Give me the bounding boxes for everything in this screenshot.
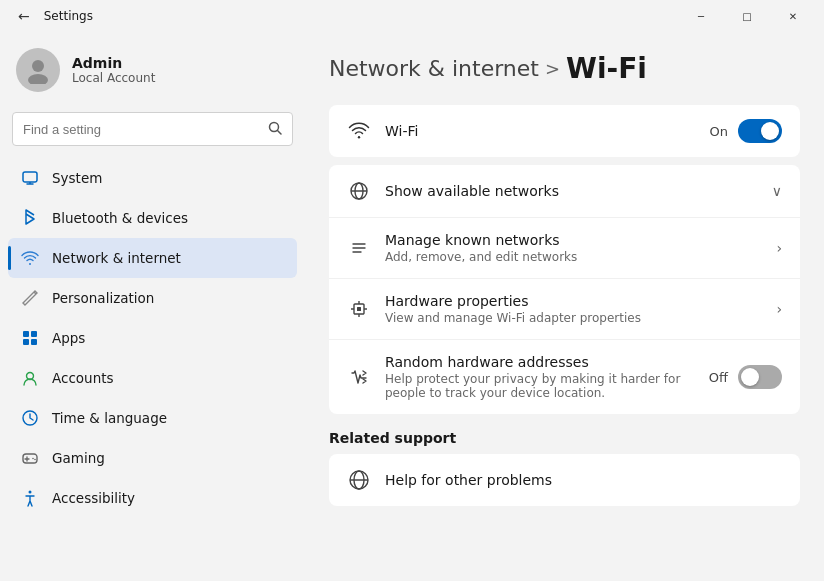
svg-rect-26 (357, 307, 361, 311)
accessibility-icon (20, 488, 40, 508)
sidebar-item-personalization[interactable]: Personalization (8, 278, 297, 318)
wifi-toggle-card: Wi-Fi On (329, 105, 800, 157)
sidebar-item-bluetooth-label: Bluetooth & devices (52, 210, 188, 226)
wifi-options-card: Show available networks ∨ Manage known n… (329, 165, 800, 414)
user-info: Admin Local Account (72, 55, 155, 85)
restore-button[interactable]: □ (724, 0, 770, 32)
show-networks-row[interactable]: Show available networks ∨ (329, 165, 800, 218)
sidebar-item-time-label: Time & language (52, 410, 167, 426)
sidebar-item-accounts[interactable]: Accounts (8, 358, 297, 398)
hardware-props-title: Hardware properties (385, 293, 762, 309)
manage-known-title: Manage known networks (385, 232, 762, 248)
username: Admin (72, 55, 155, 71)
related-support-title: Related support (329, 430, 800, 446)
hardware-props-subtitle: View and manage Wi-Fi adapter properties (385, 311, 762, 325)
show-networks-text: Show available networks (385, 183, 758, 199)
svg-point-16 (32, 458, 34, 460)
sidebar-item-time[interactable]: Time & language (8, 398, 297, 438)
search-container (0, 108, 305, 158)
system-icon (20, 168, 40, 188)
search-box[interactable] (12, 112, 293, 146)
svg-rect-10 (31, 339, 37, 345)
sidebar-item-gaming-label: Gaming (52, 450, 105, 466)
search-icon (268, 121, 282, 138)
bluetooth-icon (20, 208, 40, 228)
random-hw-subtitle: Help protect your privacy by making it h… (385, 372, 695, 400)
titlebar: ← Settings ─ □ ✕ (0, 0, 824, 32)
breadcrumb-current: Wi-Fi (566, 52, 647, 85)
help-text: Help for other problems (385, 472, 782, 488)
sidebar-item-accounts-label: Accounts (52, 370, 114, 386)
wifi-toggle-text: Wi-Fi (385, 123, 696, 139)
search-input[interactable] (23, 122, 260, 137)
network-icon (20, 248, 40, 268)
random-hw-row[interactable]: Random hardware addresses Help protect y… (329, 340, 800, 414)
globe-icon (347, 468, 371, 492)
show-networks-action: ∨ (772, 183, 782, 199)
hardware-props-row[interactable]: Hardware properties View and manage Wi-F… (329, 279, 800, 340)
sidebar-item-network[interactable]: Network & internet (8, 238, 297, 278)
help-title: Help for other problems (385, 472, 782, 488)
available-networks-icon (347, 179, 371, 203)
manage-networks-icon (347, 236, 371, 260)
manage-known-subtitle: Add, remove, and edit networks (385, 250, 762, 264)
hardware-props-text: Hardware properties View and manage Wi-F… (385, 293, 762, 325)
apps-icon (20, 328, 40, 348)
main-content: Network & internet > Wi-Fi Wi-Fi (305, 32, 824, 581)
chevron-right-icon: › (776, 240, 782, 256)
sidebar-item-system-label: System (52, 170, 102, 186)
random-hw-toggle-switch[interactable] (738, 365, 782, 389)
manage-known-row[interactable]: Manage known networks Add, remove, and e… (329, 218, 800, 279)
titlebar-title: Settings (44, 9, 93, 23)
svg-line-3 (278, 130, 282, 134)
hardware-props-action: › (776, 301, 782, 317)
sidebar-item-apps[interactable]: Apps (8, 318, 297, 358)
svg-point-1 (28, 74, 48, 84)
back-button[interactable]: ← (12, 4, 36, 28)
svg-rect-9 (23, 339, 29, 345)
sidebar: Admin Local Account (0, 32, 305, 581)
sidebar-item-accessibility-label: Accessibility (52, 490, 135, 506)
breadcrumb-parent: Network & internet (329, 56, 539, 81)
related-support-card: Help for other problems (329, 454, 800, 506)
random-hw-action: Off (709, 365, 782, 389)
gaming-icon (20, 448, 40, 468)
random-hw-title: Random hardware addresses (385, 354, 695, 370)
show-networks-title: Show available networks (385, 183, 758, 199)
svg-rect-8 (31, 331, 37, 337)
window-content: Admin Local Account (0, 32, 824, 581)
time-icon (20, 408, 40, 428)
account-type: Local Account (72, 71, 155, 85)
nav-list: System Bluetooth & devices (0, 158, 305, 518)
wifi-toggle-switch[interactable] (738, 119, 782, 143)
accounts-icon (20, 368, 40, 388)
svg-rect-7 (23, 331, 29, 337)
help-row[interactable]: Help for other problems (329, 454, 800, 506)
avatar (16, 48, 60, 92)
random-hw-status: Off (709, 370, 728, 385)
svg-point-0 (32, 60, 44, 72)
personalization-icon (20, 288, 40, 308)
breadcrumb: Network & internet > Wi-Fi (329, 52, 800, 85)
wifi-toggle-action: On (710, 119, 782, 143)
sidebar-item-bluetooth[interactable]: Bluetooth & devices (8, 198, 297, 238)
sidebar-item-apps-label: Apps (52, 330, 85, 346)
wifi-status: On (710, 124, 728, 139)
random-hw-toggle-knob (741, 368, 759, 386)
hardware-chevron-right-icon: › (776, 301, 782, 317)
chevron-down-icon: ∨ (772, 183, 782, 199)
wifi-signal-icon (347, 119, 371, 143)
user-profile: Admin Local Account (0, 32, 305, 108)
wifi-toggle-row[interactable]: Wi-Fi On (329, 105, 800, 157)
minimize-button[interactable]: ─ (678, 0, 724, 32)
manage-known-action: › (776, 240, 782, 256)
sidebar-item-accessibility[interactable]: Accessibility (8, 478, 297, 518)
close-button[interactable]: ✕ (770, 0, 816, 32)
svg-point-17 (34, 459, 36, 461)
sidebar-item-gaming[interactable]: Gaming (8, 438, 297, 478)
wifi-title: Wi-Fi (385, 123, 696, 139)
sidebar-item-network-label: Network & internet (52, 250, 181, 266)
sidebar-item-system[interactable]: System (8, 158, 297, 198)
sidebar-item-personalization-label: Personalization (52, 290, 154, 306)
random-hw-text: Random hardware addresses Help protect y… (385, 354, 695, 400)
